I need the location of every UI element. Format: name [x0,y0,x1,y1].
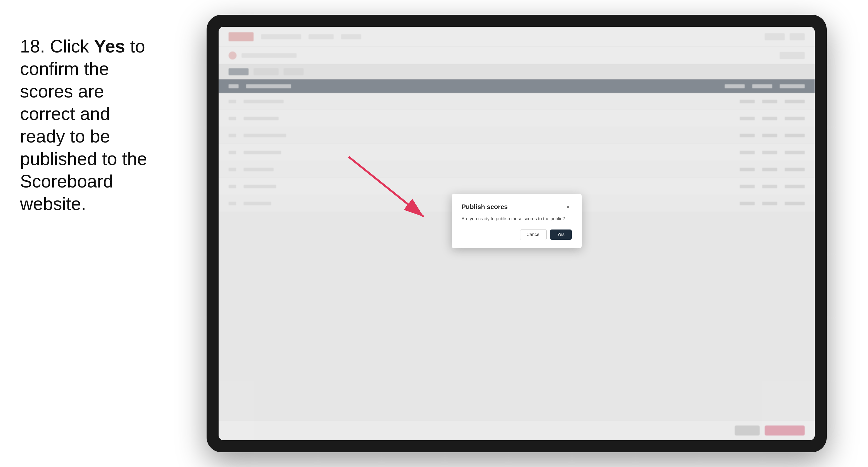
modal-close-button[interactable]: × [565,204,572,211]
cancel-button[interactable]: Cancel [520,229,547,240]
modal-title: Publish scores [462,203,508,211]
modal-footer: Cancel Yes [462,229,572,240]
instruction-text: 18. Click Yes to confirm the scores are … [20,15,160,215]
modal-body-text: Are you ready to publish these scores to… [462,216,572,222]
tablet-frame: Publish scores × Are you ready to publis… [207,15,827,452]
publish-scores-modal: Publish scores × Are you ready to publis… [452,194,582,248]
step-number: 18. [20,36,45,56]
tablet-device: Publish scores × Are you ready to publis… [180,15,853,452]
svg-line-1 [349,157,424,217]
yes-button[interactable]: Yes [550,229,571,240]
modal-header: Publish scores × [462,203,572,211]
tablet-screen: Publish scores × Are you ready to publis… [219,27,815,440]
bold-yes: Yes [94,36,125,56]
modal-overlay: Publish scores × Are you ready to publis… [219,27,815,440]
